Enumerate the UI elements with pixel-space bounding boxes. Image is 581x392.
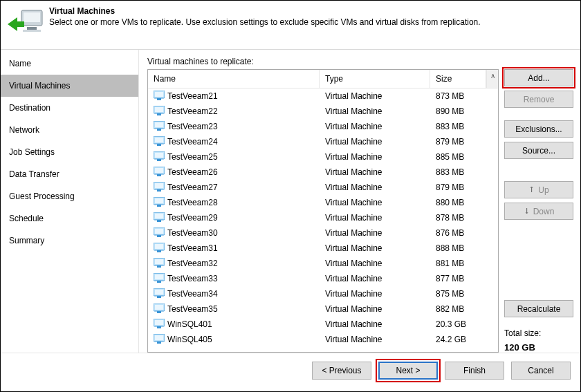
svg-rect-33 — [155, 229, 163, 234]
svg-rect-27 — [155, 198, 163, 203]
cancel-button[interactable]: Cancel — [511, 362, 571, 380]
table-row[interactable]: WinSQL401Virtual Machine20.3 GB — [148, 317, 498, 332]
table-row[interactable]: TestVeeam26Virtual Machine883 MB — [148, 165, 498, 180]
vm-name: TestVeeam22 — [167, 106, 218, 116]
col-header-type[interactable]: Type — [320, 70, 430, 88]
vm-name: TestVeeam30 — [167, 228, 218, 238]
table-row[interactable]: WinSQL405Virtual Machine24.2 GB — [148, 332, 498, 347]
svg-rect-36 — [155, 244, 163, 249]
vm-type: Virtual Machine — [322, 137, 433, 147]
vm-size: 883 MB — [433, 167, 498, 177]
table-row[interactable]: TestVeeam25Virtual Machine885 MB — [148, 149, 498, 165]
vm-name: TestVeeam32 — [167, 259, 218, 268]
table-row[interactable]: TestVeeam23Virtual Machine883 MB — [148, 119, 498, 134]
col-header-size[interactable]: Size — [430, 70, 486, 88]
vm-size: 881 MB — [433, 259, 498, 268]
vm-type: Virtual Machine — [322, 274, 433, 283]
vm-name: TestVeeam35 — [167, 304, 218, 314]
vm-size: 24.2 GB — [433, 335, 498, 344]
svg-rect-15 — [155, 138, 163, 142]
svg-rect-31 — [157, 220, 161, 222]
svg-rect-6 — [155, 92, 163, 97]
svg-rect-1 — [24, 12, 40, 22]
vm-icon — [154, 136, 165, 148]
arrow-up-icon: 🠕 — [528, 186, 535, 194]
table-row[interactable]: TestVeeam35Virtual Machine882 MB — [148, 301, 498, 317]
move-down-button[interactable]: 🠗 Down — [504, 203, 573, 220]
wizard-step-network[interactable]: Network — [1, 119, 138, 141]
vm-name: TestVeeam33 — [167, 274, 218, 283]
vm-size: 20.3 GB — [433, 319, 498, 329]
wizard-steps-nav: NameVirtual MachinesDestinationNetworkJo… — [1, 50, 139, 353]
exclusions-button[interactable]: Exclusions... — [504, 120, 573, 138]
arrow-down-icon: 🠗 — [524, 207, 531, 215]
vm-table[interactable]: Name Type Size ∧ TestVeeam21Virtual Mach… — [147, 69, 499, 353]
vm-type: Virtual Machine — [322, 259, 433, 268]
vm-actions-panel: Add... Remove Exclusions... Source... 🠕 … — [504, 69, 573, 353]
col-header-name[interactable]: Name — [148, 70, 320, 88]
vm-size: 875 MB — [433, 289, 498, 299]
svg-rect-21 — [155, 168, 163, 173]
vm-name: TestVeeam27 — [167, 183, 218, 192]
table-row[interactable]: TestVeeam33Virtual Machine877 MB — [148, 271, 498, 286]
vm-type: Virtual Machine — [322, 304, 433, 314]
recalculate-button[interactable]: Recalculate — [504, 300, 573, 317]
svg-rect-54 — [155, 335, 163, 340]
svg-rect-22 — [157, 174, 161, 176]
svg-rect-9 — [155, 107, 163, 112]
vm-type: Virtual Machine — [322, 152, 433, 162]
wizard-step-data-transfer[interactable]: Data Transfer — [1, 163, 138, 185]
table-row[interactable]: TestVeeam31Virtual Machine888 MB — [148, 241, 498, 256]
wizard-step-virtual-machines[interactable]: Virtual Machines — [1, 75, 138, 97]
previous-button[interactable]: < Previous — [312, 362, 371, 380]
add-button[interactable]: Add... — [504, 69, 573, 86]
vm-icon — [154, 121, 165, 133]
remove-button[interactable]: Remove — [504, 91, 573, 108]
wizard-step-summary[interactable]: Summary — [1, 230, 138, 252]
vm-size: 880 MB — [433, 198, 498, 207]
wizard-step-guest-processing[interactable]: Guest Processing — [1, 185, 138, 207]
svg-rect-25 — [157, 189, 161, 192]
vm-name: TestVeeam28 — [167, 198, 218, 207]
vm-type: Virtual Machine — [322, 213, 433, 223]
vm-type: Virtual Machine — [322, 167, 433, 177]
page-subtitle: Select one or more VMs to replicate. Use… — [49, 17, 481, 27]
table-row[interactable]: TestVeeam30Virtual Machine876 MB — [148, 225, 498, 241]
vm-size: 873 MB — [433, 91, 498, 101]
table-row[interactable]: TestVeeam24Virtual Machine879 MB — [148, 134, 498, 149]
next-button[interactable]: Next > — [378, 362, 438, 380]
table-body[interactable]: TestVeeam21Virtual Machine873 MBTestVeea… — [148, 88, 498, 352]
svg-rect-49 — [157, 311, 161, 313]
table-row[interactable]: TestVeeam21Virtual Machine873 MB — [148, 88, 498, 104]
finish-button[interactable]: Finish — [445, 362, 504, 380]
total-size-label: Total size: — [504, 328, 573, 338]
vm-size: 878 MB — [433, 213, 498, 223]
vm-type: Virtual Machine — [322, 91, 433, 101]
move-up-button[interactable]: 🠕 Up — [504, 181, 573, 198]
table-row[interactable]: TestVeeam28Virtual Machine880 MB — [148, 195, 498, 210]
table-row[interactable]: TestVeeam27Virtual Machine879 MB — [148, 180, 498, 195]
source-button[interactable]: Source... — [504, 142, 573, 159]
svg-rect-28 — [157, 205, 161, 207]
wizard-step-schedule[interactable]: Schedule — [1, 207, 138, 230]
vm-name: TestVeeam34 — [167, 289, 218, 299]
svg-rect-30 — [155, 214, 163, 218]
svg-rect-51 — [155, 320, 163, 325]
vm-icon — [154, 197, 165, 209]
svg-rect-34 — [157, 235, 161, 237]
table-row[interactable]: TestVeeam22Virtual Machine890 MB — [148, 104, 498, 119]
svg-rect-52 — [157, 326, 161, 328]
wizard-step-job-settings[interactable]: Job Settings — [1, 141, 138, 163]
vm-icon — [154, 243, 165, 254]
table-row[interactable]: TestVeeam29Virtual Machine878 MB — [148, 210, 498, 225]
table-row[interactable]: TestVeeam34Virtual Machine875 MB — [148, 286, 498, 301]
wizard-step-destination[interactable]: Destination — [1, 97, 138, 119]
svg-rect-24 — [155, 183, 163, 188]
vm-name: TestVeeam31 — [167, 243, 218, 253]
wizard-step-name[interactable]: Name — [1, 53, 138, 75]
table-row[interactable]: TestVeeam32Virtual Machine881 MB — [148, 256, 498, 271]
scroll-up-icon[interactable]: ∧ — [487, 70, 498, 82]
vm-size: 876 MB — [433, 228, 498, 238]
vm-icon — [154, 106, 165, 118]
vm-size: 890 MB — [433, 106, 498, 116]
